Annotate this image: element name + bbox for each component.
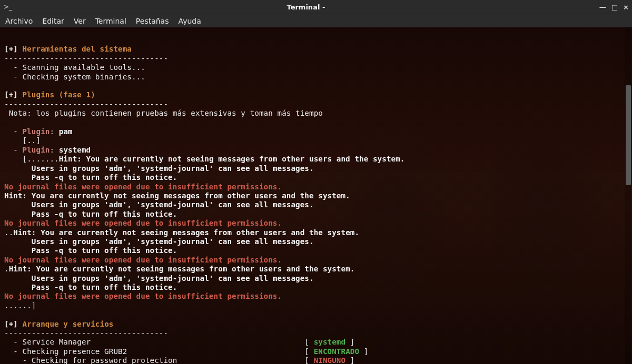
minimize-button[interactable]: — <box>599 3 606 11</box>
window-buttons: — □ × <box>599 3 629 11</box>
terminal-viewport[interactable]: [+] Herramientas del sistema -----------… <box>0 27 632 364</box>
maximize-button[interactable]: □ <box>611 3 618 11</box>
close-button[interactable]: × <box>623 3 629 11</box>
terminal-app-icon: >_ <box>3 3 13 11</box>
menu-archivo[interactable]: Archivo <box>5 17 33 25</box>
menu-terminal[interactable]: Terminal <box>95 17 126 25</box>
vertical-scrollbar[interactable] <box>625 27 631 364</box>
window-titlebar: >_ Terminal - — □ × <box>0 0 632 14</box>
menubar: Archivo Editar Ver Terminal Pestañas Ayu… <box>0 14 632 27</box>
scrollbar-thumb[interactable] <box>626 85 631 185</box>
terminal-output[interactable]: [+] Herramientas del sistema -----------… <box>0 27 632 364</box>
menu-editar[interactable]: Editar <box>42 17 64 25</box>
menu-ver[interactable]: Ver <box>74 17 86 25</box>
window-title: Terminal - <box>13 3 599 11</box>
menu-pestanas[interactable]: Pestañas <box>136 17 169 25</box>
menu-ayuda[interactable]: Ayuda <box>179 17 201 25</box>
